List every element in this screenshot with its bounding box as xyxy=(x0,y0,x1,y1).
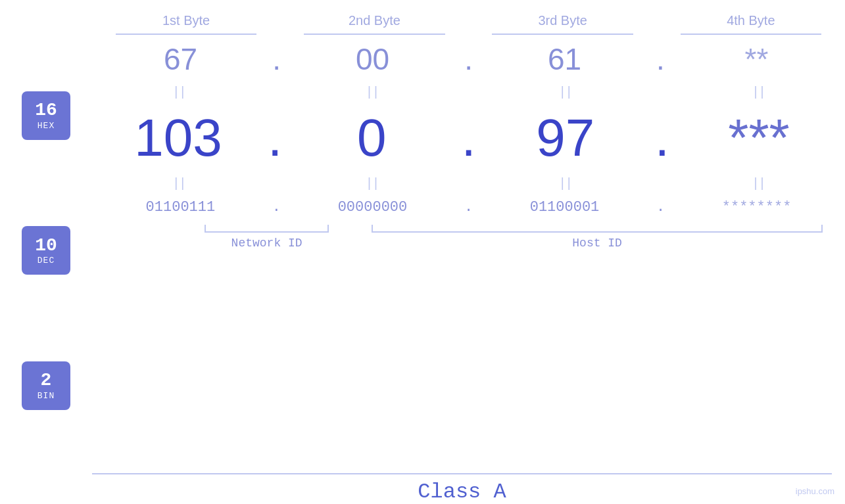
hex-row: 67 . 00 . 61 . ** xyxy=(92,35,845,83)
dec-b4-value: *** xyxy=(728,108,789,168)
class-bracket-line xyxy=(92,473,832,474)
hex-b2-cell: 00 xyxy=(284,41,461,77)
bracket-top-1 xyxy=(92,34,280,35)
dec-badge-label: DEC xyxy=(37,256,55,265)
byte1-header: 1st Byte xyxy=(92,13,280,34)
eq1-b3: || xyxy=(479,85,652,100)
bin-dot2: . xyxy=(461,199,476,216)
bin-b3-cell: 01100001 xyxy=(476,199,653,216)
dec-b1-cell: 103 xyxy=(92,108,264,168)
equals-sign-1-3: || xyxy=(558,85,571,100)
bin-b3-value: 01100001 xyxy=(530,199,600,216)
eq1-b1: || xyxy=(92,85,266,100)
eq2-b1: || xyxy=(92,176,266,191)
bin-badge: 2 BIN xyxy=(22,361,70,410)
bracket-bottom-network xyxy=(184,225,349,233)
dec-badge: 10 DEC xyxy=(22,226,70,275)
bracket-top-line-3 xyxy=(492,34,633,35)
bracket-top-4 xyxy=(657,34,845,35)
dec-dot3: . xyxy=(652,108,673,168)
hex-dot2: . xyxy=(461,41,476,77)
dec-row: 103 . 0 . 97 . *** xyxy=(92,101,845,175)
class-label: Class A xyxy=(92,480,845,504)
dec-badge-number: 10 xyxy=(35,236,57,256)
hex-dot1: . xyxy=(269,41,284,77)
equals-row-1: || || || || xyxy=(92,83,845,101)
bracket-bottom-line-right xyxy=(372,225,823,233)
bin-b1-value: 01100111 xyxy=(146,199,216,216)
dec-dot1: . xyxy=(264,108,285,168)
bracket-top-line-1 xyxy=(116,34,257,35)
bottom-brackets xyxy=(184,225,845,233)
content-area: 16 HEX 10 DEC 2 BIN 67 . xyxy=(0,35,845,467)
equals-sign-1-4: || xyxy=(752,85,765,100)
hex-b4-value: ** xyxy=(745,41,769,77)
bin-b4-value: ******** xyxy=(722,199,792,216)
bracket-top-line-4 xyxy=(681,34,822,35)
bottom-brackets-area: Network ID Host ID xyxy=(92,225,845,250)
bin-badge-number: 2 xyxy=(41,371,52,391)
byte4-header: 4th Byte xyxy=(657,13,845,34)
id-labels: Network ID Host ID xyxy=(184,237,845,250)
dec-b2-cell: 0 xyxy=(285,108,458,168)
hex-b4-cell: ** xyxy=(668,41,845,77)
byte2-header: 2nd Byte xyxy=(280,13,468,34)
bin-row: 01100111 . 00000000 . 01100001 . xyxy=(92,193,845,222)
equals-sign-2-4: || xyxy=(752,176,765,191)
network-id-label: Network ID xyxy=(184,237,349,250)
bracket-bottom-line-left xyxy=(205,225,328,233)
eq2-b3: || xyxy=(479,176,652,191)
eq1-b2: || xyxy=(285,85,459,100)
dec-b3-value: 97 xyxy=(536,108,594,168)
equals-sign-2-2: || xyxy=(366,176,379,191)
equals-row-2: || || || || xyxy=(92,175,845,193)
main-container: 1st Byte 2nd Byte 3rd Byte 4th Byte 16 H… xyxy=(0,0,845,504)
watermark: ipshu.com xyxy=(796,486,834,496)
bracket-top-3 xyxy=(469,34,657,35)
hex-badge-number: 16 xyxy=(35,101,57,121)
hex-b2-value: 00 xyxy=(356,41,389,77)
dec-dot2: . xyxy=(458,108,479,168)
equals-sign-1-1: || xyxy=(172,85,185,100)
host-id-label: Host ID xyxy=(349,237,845,250)
equals-sign-2-1: || xyxy=(172,176,185,191)
bin-b4-cell: ******** xyxy=(668,199,845,216)
bin-badge-label: BIN xyxy=(37,391,55,401)
bin-dot3: . xyxy=(653,199,668,216)
class-footer: Class A xyxy=(0,473,845,504)
bracket-top-line-2 xyxy=(304,34,445,35)
eq2-b4: || xyxy=(671,176,845,191)
values-grid: 67 . 00 . 61 . ** xyxy=(92,35,845,467)
equals-sign-1-2: || xyxy=(366,85,379,100)
eq1-b4: || xyxy=(671,85,845,100)
badges-column: 16 HEX 10 DEC 2 BIN xyxy=(0,35,92,467)
bracket-bottom-host xyxy=(349,225,845,233)
dec-b3-cell: 97 xyxy=(479,108,652,168)
hex-badge: 16 HEX xyxy=(22,91,70,140)
bin-b2-value: 00000000 xyxy=(338,199,408,216)
hex-dot3: . xyxy=(653,41,668,77)
byte3-header: 3rd Byte xyxy=(469,13,657,34)
bin-b1-cell: 01100111 xyxy=(92,199,269,216)
hex-badge-label: HEX xyxy=(37,121,55,131)
eq2-b2: || xyxy=(285,176,459,191)
hex-b3-value: 61 xyxy=(548,41,581,77)
hex-b1-cell: 67 xyxy=(92,41,269,77)
bin-dot1: . xyxy=(269,199,284,216)
dec-b4-cell: *** xyxy=(673,108,845,168)
top-brackets xyxy=(0,34,845,35)
dec-b1-value: 103 xyxy=(134,108,222,168)
bracket-top-2 xyxy=(280,34,468,35)
hex-b3-cell: 61 xyxy=(476,41,653,77)
hex-b1-value: 67 xyxy=(164,41,197,77)
byte-headers: 1st Byte 2nd Byte 3rd Byte 4th Byte xyxy=(0,13,845,34)
bin-b2-cell: 00000000 xyxy=(284,199,461,216)
equals-sign-2-3: || xyxy=(558,176,571,191)
dec-b2-value: 0 xyxy=(357,108,387,168)
